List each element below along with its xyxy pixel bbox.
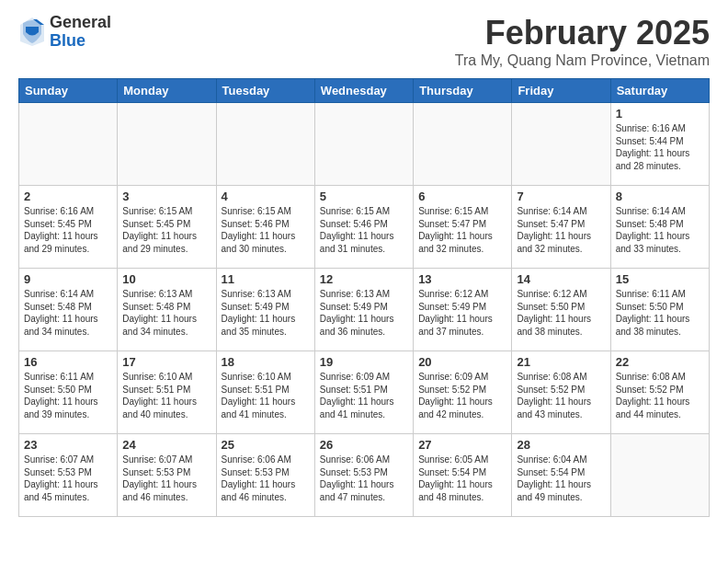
day-number: 28: [517, 438, 605, 452]
day-info: Sunrise: 6:16 AM Sunset: 5:45 PM Dayligh…: [24, 205, 112, 255]
weekday-header-thursday: Thursday: [414, 79, 512, 103]
day-number: 6: [418, 190, 506, 203]
day-number: 26: [320, 438, 408, 452]
day-info: Sunrise: 6:15 AM Sunset: 5:45 PM Dayligh…: [122, 205, 210, 255]
day-number: 25: [222, 438, 310, 452]
day-info: Sunrise: 6:14 AM Sunset: 5:48 PM Dayligh…: [24, 288, 112, 338]
day-info: Sunrise: 6:11 AM Sunset: 5:50 PM Dayligh…: [24, 371, 112, 420]
calendar-cell: 11Sunrise: 6:13 AM Sunset: 5:49 PM Dayli…: [216, 269, 314, 351]
week-row-1: 1Sunrise: 6:16 AM Sunset: 5:44 PM Daylig…: [19, 103, 710, 186]
day-info: Sunrise: 6:13 AM Sunset: 5:49 PM Dayligh…: [320, 288, 408, 338]
calendar-cell: 22Sunrise: 6:08 AM Sunset: 5:52 PM Dayli…: [610, 351, 709, 434]
calendar-cell: 5Sunrise: 6:15 AM Sunset: 5:46 PM Daylig…: [314, 186, 413, 269]
week-row-4: 16Sunrise: 6:11 AM Sunset: 5:50 PM Dayli…: [19, 351, 710, 434]
day-info: Sunrise: 6:10 AM Sunset: 5:51 PM Dayligh…: [222, 371, 310, 420]
day-info: Sunrise: 6:15 AM Sunset: 5:47 PM Dayligh…: [418, 205, 506, 255]
calendar-cell: 18Sunrise: 6:10 AM Sunset: 5:51 PM Dayli…: [216, 351, 314, 434]
calendar-cell: [512, 103, 610, 186]
calendar-cell: 14Sunrise: 6:12 AM Sunset: 5:50 PM Dayli…: [512, 269, 610, 351]
day-number: 2: [24, 190, 112, 203]
calendar-cell: [314, 103, 413, 186]
day-info: Sunrise: 6:13 AM Sunset: 5:48 PM Dayligh…: [122, 288, 210, 338]
day-info: Sunrise: 6:14 AM Sunset: 5:47 PM Dayligh…: [517, 205, 605, 255]
day-number: 12: [320, 272, 408, 286]
day-number: 11: [222, 272, 310, 286]
calendar-cell: 26Sunrise: 6:06 AM Sunset: 5:53 PM Dayli…: [314, 434, 413, 517]
calendar-cell: 16Sunrise: 6:11 AM Sunset: 5:50 PM Dayli…: [19, 351, 118, 434]
day-number: 13: [418, 272, 506, 286]
calendar-cell: 15Sunrise: 6:11 AM Sunset: 5:50 PM Dayli…: [610, 269, 709, 351]
weekday-header-friday: Friday: [512, 79, 610, 103]
day-info: Sunrise: 6:07 AM Sunset: 5:53 PM Dayligh…: [122, 454, 210, 503]
logo-blue: Blue: [50, 32, 111, 51]
calendar-cell: 19Sunrise: 6:09 AM Sunset: 5:51 PM Dayli…: [314, 351, 413, 434]
calendar-cell: 20Sunrise: 6:09 AM Sunset: 5:52 PM Dayli…: [414, 351, 512, 434]
day-info: Sunrise: 6:13 AM Sunset: 5:49 PM Dayligh…: [222, 288, 310, 338]
day-number: 5: [320, 190, 408, 203]
day-info: Sunrise: 6:08 AM Sunset: 5:52 PM Dayligh…: [616, 371, 704, 420]
day-number: 20: [418, 355, 506, 369]
day-info: Sunrise: 6:05 AM Sunset: 5:54 PM Dayligh…: [418, 454, 506, 503]
day-number: 19: [320, 355, 408, 369]
calendar-cell: 21Sunrise: 6:08 AM Sunset: 5:52 PM Dayli…: [512, 351, 610, 434]
day-number: 27: [418, 438, 506, 452]
header: General Blue February 2025 Tra My, Quang…: [18, 14, 710, 69]
day-number: 24: [122, 438, 210, 452]
week-row-3: 9Sunrise: 6:14 AM Sunset: 5:48 PM Daylig…: [19, 269, 710, 351]
day-number: 18: [222, 355, 310, 369]
day-number: 23: [24, 438, 112, 452]
weekday-header-tuesday: Tuesday: [216, 79, 314, 103]
day-info: Sunrise: 6:14 AM Sunset: 5:48 PM Dayligh…: [616, 205, 704, 255]
day-info: Sunrise: 6:07 AM Sunset: 5:53 PM Dayligh…: [24, 454, 112, 503]
logo: General Blue: [18, 14, 111, 51]
logo-text: General Blue: [50, 14, 111, 51]
calendar-cell: [610, 434, 709, 517]
day-info: Sunrise: 6:10 AM Sunset: 5:51 PM Dayligh…: [122, 371, 210, 420]
day-info: Sunrise: 6:08 AM Sunset: 5:52 PM Dayligh…: [517, 371, 605, 420]
weekday-header-wednesday: Wednesday: [314, 79, 413, 103]
day-number: 4: [222, 190, 310, 203]
logo-icon: [18, 16, 46, 48]
calendar-cell: 3Sunrise: 6:15 AM Sunset: 5:45 PM Daylig…: [118, 186, 216, 269]
calendar-cell: [216, 103, 314, 186]
calendar-cell: 17Sunrise: 6:10 AM Sunset: 5:51 PM Dayli…: [118, 351, 216, 434]
weekday-header-sunday: Sunday: [19, 79, 118, 103]
calendar-cell: 12Sunrise: 6:13 AM Sunset: 5:49 PM Dayli…: [314, 269, 413, 351]
day-number: 8: [616, 190, 704, 203]
week-row-5: 23Sunrise: 6:07 AM Sunset: 5:53 PM Dayli…: [19, 434, 710, 517]
calendar-cell: 23Sunrise: 6:07 AM Sunset: 5:53 PM Dayli…: [19, 434, 118, 517]
calendar-cell: 9Sunrise: 6:14 AM Sunset: 5:48 PM Daylig…: [19, 269, 118, 351]
day-number: 15: [616, 272, 704, 286]
day-info: Sunrise: 6:11 AM Sunset: 5:50 PM Dayligh…: [616, 288, 704, 338]
logo-general: General: [50, 14, 111, 32]
calendar-cell: 1Sunrise: 6:16 AM Sunset: 5:44 PM Daylig…: [610, 103, 709, 186]
day-number: 16: [24, 355, 112, 369]
calendar-cell: 8Sunrise: 6:14 AM Sunset: 5:48 PM Daylig…: [610, 186, 709, 269]
day-number: 1: [616, 107, 704, 121]
calendar-cell: 25Sunrise: 6:06 AM Sunset: 5:53 PM Dayli…: [216, 434, 314, 517]
calendar: SundayMondayTuesdayWednesdayThursdayFrid…: [18, 78, 710, 517]
weekday-header-saturday: Saturday: [610, 79, 709, 103]
location: Tra My, Quang Nam Province, Vietnam: [455, 52, 710, 69]
day-number: 17: [122, 355, 210, 369]
month-title: February 2025: [455, 14, 710, 52]
day-number: 14: [517, 272, 605, 286]
day-number: 9: [24, 272, 112, 286]
calendar-cell: 2Sunrise: 6:16 AM Sunset: 5:45 PM Daylig…: [19, 186, 118, 269]
day-info: Sunrise: 6:09 AM Sunset: 5:51 PM Dayligh…: [320, 371, 408, 420]
day-info: Sunrise: 6:04 AM Sunset: 5:54 PM Dayligh…: [517, 454, 605, 503]
day-info: Sunrise: 6:12 AM Sunset: 5:49 PM Dayligh…: [418, 288, 506, 338]
day-info: Sunrise: 6:16 AM Sunset: 5:44 PM Dayligh…: [616, 122, 704, 172]
week-row-2: 2Sunrise: 6:16 AM Sunset: 5:45 PM Daylig…: [19, 186, 710, 269]
title-area: February 2025 Tra My, Quang Nam Province…: [455, 14, 710, 69]
day-info: Sunrise: 6:15 AM Sunset: 5:46 PM Dayligh…: [222, 205, 310, 255]
calendar-cell: [118, 103, 216, 186]
weekday-header-monday: Monday: [118, 79, 216, 103]
day-info: Sunrise: 6:09 AM Sunset: 5:52 PM Dayligh…: [418, 371, 506, 420]
calendar-cell: 24Sunrise: 6:07 AM Sunset: 5:53 PM Dayli…: [118, 434, 216, 517]
weekday-header-row: SundayMondayTuesdayWednesdayThursdayFrid…: [19, 79, 710, 103]
day-number: 3: [122, 190, 210, 203]
calendar-cell: [19, 103, 118, 186]
day-number: 10: [122, 272, 210, 286]
day-info: Sunrise: 6:15 AM Sunset: 5:46 PM Dayligh…: [320, 205, 408, 255]
